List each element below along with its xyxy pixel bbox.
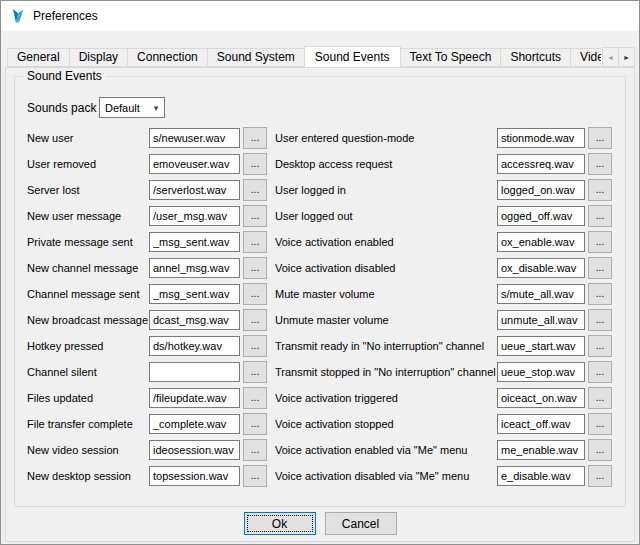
sound-file-input[interactable]: [149, 128, 240, 148]
sound-file-input[interactable]: [149, 440, 240, 460]
browse-button[interactable]: ...: [588, 257, 612, 279]
tab-display[interactable]: Display: [69, 48, 128, 67]
sound-file-input[interactable]: [497, 362, 585, 382]
browse-button[interactable]: ...: [243, 335, 267, 357]
browse-button[interactable]: ...: [243, 283, 267, 305]
browse-button[interactable]: ...: [588, 387, 612, 409]
titlebar: Preferences: [1, 1, 639, 31]
tab-shortcuts[interactable]: Shortcuts: [500, 48, 571, 67]
sound-file-input[interactable]: [149, 258, 240, 278]
sound-file-input[interactable]: [149, 310, 240, 330]
browse-button[interactable]: ...: [588, 439, 612, 461]
browse-button[interactable]: ...: [243, 309, 267, 331]
preferences-window: Preferences GeneralDisplayConnectionSoun…: [0, 0, 640, 545]
tab-video[interactable]: Video: [570, 48, 601, 67]
sound-file-input[interactable]: [149, 180, 240, 200]
browse-button[interactable]: ...: [588, 205, 612, 227]
browse-button[interactable]: ...: [588, 335, 612, 357]
sound-file-input[interactable]: [497, 206, 585, 226]
tab-connection[interactable]: Connection: [127, 48, 208, 67]
dialog-footer: Ok Cancel: [6, 512, 634, 535]
sound-event-row: Mute master volume...: [275, 281, 625, 307]
sound-file-input[interactable]: [497, 284, 585, 304]
sound-file-input[interactable]: [497, 258, 585, 278]
browse-button[interactable]: ...: [243, 231, 267, 253]
sound-events-column-right: User entered question-mode...Desktop acc…: [275, 125, 625, 489]
sound-event-label: Voice activation disabled via "Me" menu: [275, 470, 497, 482]
cancel-button[interactable]: Cancel: [325, 512, 397, 535]
sound-event-label: New user: [27, 132, 149, 144]
sound-file-input[interactable]: [149, 414, 240, 434]
browse-button[interactable]: ...: [243, 439, 267, 461]
sound-file-input[interactable]: [497, 440, 585, 460]
sound-event-label: User removed: [27, 158, 149, 170]
sound-event-row: Voice activation enabled via "Me" menu..…: [275, 437, 625, 463]
sound-file-input[interactable]: [497, 388, 585, 408]
sounds-pack-combobox[interactable]: Default: [99, 97, 165, 118]
browse-button[interactable]: ...: [243, 257, 267, 279]
browse-button[interactable]: ...: [588, 465, 612, 487]
browse-button[interactable]: ...: [588, 309, 612, 331]
sound-file-input[interactable]: [497, 128, 585, 148]
browse-button[interactable]: ...: [243, 127, 267, 149]
sound-event-label: Server lost: [27, 184, 149, 196]
sound-file-input[interactable]: [497, 180, 585, 200]
sound-file-input[interactable]: [149, 232, 240, 252]
tab-text-to-speech[interactable]: Text To Speech: [400, 48, 502, 67]
sound-file-input[interactable]: [149, 206, 240, 226]
sound-file-input[interactable]: [497, 466, 585, 486]
tab-scroll-left-icon[interactable]: [602, 47, 619, 67]
tab-page-sound-events: Sound Events Sounds pack Default New use…: [5, 67, 635, 542]
browse-button[interactable]: ...: [243, 179, 267, 201]
browse-button[interactable]: ...: [243, 153, 267, 175]
sound-event-row: User logged out...: [275, 203, 625, 229]
tab-scroll-right-icon[interactable]: [618, 47, 635, 67]
tab-sound-events[interactable]: Sound Events: [304, 46, 401, 67]
sound-event-label: New broadcast message: [27, 314, 149, 326]
sound-event-row: Transmit stopped in "No interruption" ch…: [275, 359, 625, 385]
sound-event-row: New user message...: [27, 203, 275, 229]
sound-event-label: Unmute master volume: [275, 314, 497, 326]
sounds-pack-value: Default: [105, 102, 140, 114]
ok-button[interactable]: Ok: [244, 512, 316, 535]
browse-button[interactable]: ...: [243, 465, 267, 487]
sound-file-input[interactable]: [149, 154, 240, 174]
browse-button[interactable]: ...: [243, 205, 267, 227]
browse-button[interactable]: ...: [588, 361, 612, 383]
sound-file-input[interactable]: [149, 284, 240, 304]
sound-event-label: New channel message: [27, 262, 149, 274]
sound-file-input[interactable]: [497, 336, 585, 356]
browse-button[interactable]: ...: [588, 153, 612, 175]
sound-file-input[interactable]: [149, 466, 240, 486]
sound-event-row: File transfer complete...: [27, 411, 275, 437]
app-logo-icon: [10, 8, 26, 24]
sound-event-label: User logged in: [275, 184, 497, 196]
sound-event-row: Voice activation enabled...: [275, 229, 625, 255]
sound-file-input[interactable]: [497, 154, 585, 174]
browse-button[interactable]: ...: [588, 413, 612, 435]
browse-button[interactable]: ...: [243, 361, 267, 383]
tab-sound-system[interactable]: Sound System: [207, 48, 305, 67]
browse-button[interactable]: ...: [588, 231, 612, 253]
browse-button[interactable]: ...: [588, 127, 612, 149]
sound-events-groupbox: Sound Events Sounds pack Default New use…: [14, 76, 626, 507]
browse-button[interactable]: ...: [243, 387, 267, 409]
tabstrip: GeneralDisplayConnectionSound SystemSoun…: [5, 45, 635, 67]
sound-event-row: Channel message sent...: [27, 281, 275, 307]
sound-event-label: User entered question-mode: [275, 132, 497, 144]
sound-file-input[interactable]: [149, 388, 240, 408]
sound-event-row: Files updated...: [27, 385, 275, 411]
sound-event-label: Hotkey pressed: [27, 340, 149, 352]
sound-event-row: Server lost...: [27, 177, 275, 203]
browse-button[interactable]: ...: [588, 283, 612, 305]
sound-file-input[interactable]: [149, 362, 240, 382]
sound-event-label: Voice activation enabled via "Me" menu: [275, 444, 497, 456]
sound-file-input[interactable]: [497, 414, 585, 434]
sound-file-input[interactable]: [497, 232, 585, 252]
browse-button[interactable]: ...: [588, 179, 612, 201]
browse-button[interactable]: ...: [243, 413, 267, 435]
sound-file-input[interactable]: [149, 336, 240, 356]
tab-general[interactable]: General: [7, 48, 70, 67]
sound-event-label: Voice activation stopped: [275, 418, 497, 430]
sound-file-input[interactable]: [497, 310, 585, 330]
